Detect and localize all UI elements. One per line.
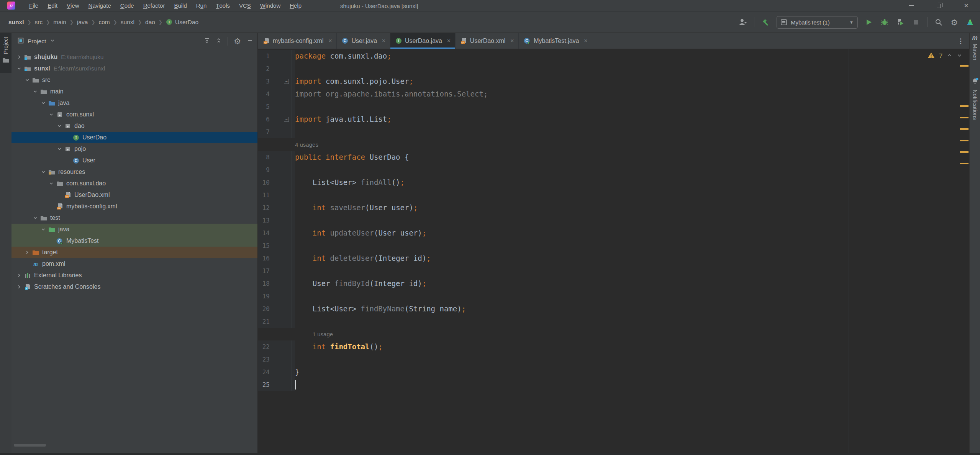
- collapse-arrow-icon[interactable]: [31, 215, 40, 221]
- breadcrumb-item-sunxl[interactable]: sunxl: [119, 18, 136, 26]
- tree-row-com.sunxl.dao[interactable]: com.sunxl.dao: [11, 178, 257, 189]
- code-line-1[interactable]: 1package com.sunxl.dao;: [258, 50, 969, 62]
- close-tab-icon[interactable]: ✕: [328, 38, 332, 44]
- tree-row-com.sunxl[interactable]: com.sunxl: [11, 109, 257, 120]
- project-view-icon[interactable]: [18, 38, 24, 45]
- close-tab-icon[interactable]: ✕: [583, 38, 588, 44]
- gutter-line-14[interactable]: 14: [258, 227, 295, 239]
- gutter-line-3[interactable]: 3−: [258, 75, 295, 88]
- warning-triangle-icon[interactable]: [928, 52, 935, 60]
- collapse-arrow-icon[interactable]: [55, 146, 64, 152]
- breadcrumb-item-main[interactable]: main: [52, 18, 68, 26]
- tree-row-pom.xml[interactable]: mpom.xml: [11, 258, 257, 270]
- gear-button[interactable]: ⚙: [234, 37, 241, 46]
- gutter-line-2[interactable]: 2: [258, 62, 295, 75]
- code-line-15[interactable]: 15: [258, 239, 969, 252]
- maven-tool-window-button[interactable]: Maven: [972, 44, 978, 61]
- code-line-24[interactable]: 24}: [258, 366, 969, 378]
- collapse-arrow-icon[interactable]: [39, 169, 48, 175]
- close-tab-icon[interactable]: ✕: [382, 38, 386, 44]
- notifications-tool-window-button[interactable]: Notifications: [972, 90, 978, 120]
- code-line-5[interactable]: 5: [258, 100, 969, 113]
- coverage-button[interactable]: [896, 16, 905, 28]
- menu-item-code[interactable]: Code: [116, 0, 139, 11]
- code-line-17[interactable]: 17: [258, 265, 969, 277]
- expand-arrow-icon[interactable]: [15, 54, 24, 60]
- menu-item-run[interactable]: Run: [192, 0, 211, 11]
- gutter-line-17[interactable]: 17: [258, 265, 295, 277]
- menu-item-navigate[interactable]: Navigate: [84, 0, 116, 11]
- minimize-button[interactable]: [897, 0, 925, 11]
- code-line-22[interactable]: 22 int findTotal();: [258, 340, 969, 353]
- collapse-arrow-icon[interactable]: [15, 66, 24, 71]
- code-line-18[interactable]: 18 User findById(Integer id);: [258, 277, 969, 290]
- collapse-arrow-icon[interactable]: [39, 227, 48, 232]
- collapse-arrow-icon[interactable]: [55, 123, 64, 129]
- settings-button[interactable]: ⚙: [950, 16, 959, 28]
- code-line-21[interactable]: 21: [258, 315, 969, 328]
- code-line-11[interactable]: 11: [258, 189, 969, 201]
- gutter-line-5[interactable]: 5: [258, 100, 295, 113]
- code-line-10[interactable]: 10 List<User> findAll();: [258, 176, 969, 189]
- tree-row-Scratches-and-Consoles[interactable]: Scratches and Consoles: [11, 281, 257, 293]
- warning-stripe-mark[interactable]: [960, 140, 969, 141]
- breadcrumb-item-src[interactable]: src: [33, 18, 44, 26]
- stop-button[interactable]: [911, 16, 921, 28]
- breadcrumb-item-sunxl[interactable]: sunxl: [7, 18, 25, 26]
- code-line-2[interactable]: 2: [258, 62, 969, 75]
- collapse-arrow-icon[interactable]: [47, 181, 56, 186]
- code-line-7[interactable]: 7: [258, 126, 969, 138]
- tree-row-resources[interactable]: resources: [11, 166, 257, 178]
- prev-warning-icon[interactable]: [947, 52, 952, 60]
- gutter-line-18[interactable]: 18: [258, 277, 295, 290]
- debug-button[interactable]: [880, 16, 889, 28]
- tree-row-UserDao.xml[interactable]: <>UserDao.xml: [11, 189, 257, 201]
- gutter-line-12[interactable]: 12: [258, 201, 295, 214]
- maximize-button[interactable]: [925, 0, 952, 11]
- collapse-arrow-icon[interactable]: [23, 77, 32, 83]
- expand-arrow-icon[interactable]: [15, 273, 24, 278]
- code-line-23[interactable]: 23: [258, 353, 969, 366]
- fold-marker-icon[interactable]: −: [284, 79, 289, 84]
- tree-row-UserDao[interactable]: IUserDao: [11, 132, 257, 143]
- menu-item-help[interactable]: Help: [285, 0, 306, 11]
- code-editor[interactable]: 1package com.sunxl.dao;23−import com.sun…: [258, 49, 969, 453]
- code-line-9[interactable]: 9: [258, 164, 969, 176]
- collapse-arrow-icon[interactable]: [47, 112, 56, 117]
- tab-list-menu-icon[interactable]: ⋮: [957, 33, 964, 49]
- run-button[interactable]: [864, 16, 873, 28]
- tab-User.java[interactable]: CUser.java✕: [337, 33, 390, 49]
- maven-icon[interactable]: m: [972, 34, 977, 41]
- gutter-line-22[interactable]: 22: [258, 340, 295, 353]
- gutter-line-10[interactable]: 10: [258, 176, 295, 189]
- tree-row-pojo[interactable]: pojo: [11, 143, 257, 155]
- menu-item-edit[interactable]: Edit: [43, 0, 62, 11]
- tree-row-java[interactable]: java: [11, 97, 257, 109]
- menu-item-build[interactable]: Build: [169, 0, 191, 11]
- hide-button[interactable]: [247, 38, 253, 45]
- code-line-8[interactable]: 8public interface UserDao {: [258, 151, 969, 164]
- collapse-arrow-icon[interactable]: [39, 100, 48, 106]
- close-button[interactable]: ✕: [952, 0, 980, 11]
- code-line-25[interactable]: 25: [258, 378, 969, 391]
- next-warning-icon[interactable]: [957, 52, 962, 60]
- expand-arrow-icon[interactable]: [15, 284, 24, 290]
- code-line-12[interactable]: 12 int saveUser(User user);: [258, 201, 969, 214]
- breadcrumb-item-com[interactable]: com: [97, 18, 111, 26]
- run-configuration-select[interactable]: MybatisTest (1)▼: [777, 16, 858, 29]
- gutter-line-7[interactable]: 7: [258, 126, 295, 138]
- gutter-line-16[interactable]: 16: [258, 252, 295, 265]
- warning-stripe-mark[interactable]: [960, 65, 969, 67]
- project-tool-window-button[interactable]: Project: [0, 33, 11, 73]
- code-line-4[interactable]: 4import org.apache.ibatis.annotations.Se…: [258, 88, 969, 100]
- menu-item-view[interactable]: View: [62, 0, 84, 11]
- collapse-arrow-icon[interactable]: [31, 89, 40, 94]
- tree-row-test[interactable]: test: [11, 212, 257, 224]
- code-line-14[interactable]: 14 int updateUser(User user);: [258, 227, 969, 239]
- menu-item-file[interactable]: File: [25, 0, 43, 11]
- tree-row-External-Libraries[interactable]: External Libraries: [11, 270, 257, 281]
- project-panel-title[interactable]: Project: [28, 38, 46, 45]
- tree-row-mybatis-config.xml[interactable]: <>mybatis-config.xml: [11, 201, 257, 212]
- usages-inlay-hint[interactable]: 4 usages: [258, 138, 969, 151]
- gutter-line-8[interactable]: 8: [258, 151, 295, 164]
